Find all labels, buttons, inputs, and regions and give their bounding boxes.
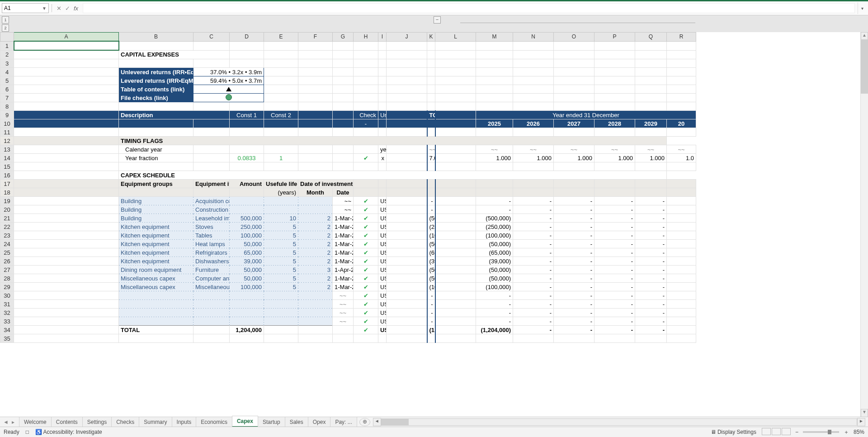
scroll-down-icon[interactable]: ▼ xyxy=(861,409,868,417)
toc-link-icon[interactable] xyxy=(193,85,264,94)
name-box[interactable]: A1 ▼ xyxy=(2,3,49,13)
sheet-tab-checks[interactable]: Checks xyxy=(111,417,139,427)
expand-formula-icon[interactable]: ▾ xyxy=(858,2,866,14)
capex-group[interactable]: Building xyxy=(119,214,193,223)
sheet-tab-contents[interactable]: Contents xyxy=(51,417,83,427)
column-header-E[interactable]: E xyxy=(264,33,298,42)
tab-nav-prev-icon[interactable]: ▸ xyxy=(10,419,16,425)
zoom-slider[interactable] xyxy=(803,431,839,433)
view-buttons[interactable] xyxy=(761,428,791,437)
sheet-tab-capex[interactable]: Capex xyxy=(232,416,258,427)
capex-life[interactable]: 5 xyxy=(264,257,298,266)
capex-amount[interactable]: 50,000 xyxy=(230,266,264,274)
column-header-J[interactable]: J xyxy=(387,33,427,42)
capex-group[interactable]: Kitchen equipment xyxy=(119,223,193,231)
capex-amount[interactable]: 50,000 xyxy=(230,274,264,283)
zoom-in-icon[interactable]: ＋ xyxy=(844,428,849,436)
capex-group[interactable]: Building xyxy=(119,205,193,214)
capex-life[interactable] xyxy=(264,205,298,214)
capex-group[interactable]: Building xyxy=(119,197,193,205)
sheet-tab-opex[interactable]: Opex xyxy=(308,417,331,427)
capex-group[interactable]: Kitchen equipment xyxy=(119,248,193,257)
column-header-C[interactable]: C xyxy=(193,33,230,42)
capex-group[interactable]: Miscellaneous capex xyxy=(119,274,193,283)
column-header-K[interactable]: K xyxy=(427,33,435,42)
capex-item[interactable]: Construction costs xyxy=(193,205,230,214)
sheet-tab-settings[interactable]: Settings xyxy=(82,417,112,427)
column-header-O[interactable]: O xyxy=(554,33,594,42)
capex-item[interactable]: Refrigirators xyxy=(193,248,230,257)
spreadsheet-grid[interactable]: ABCDEFGHIJKLMNOPQR12CAPITAL EXPENSES34Un… xyxy=(0,32,868,417)
capex-month[interactable] xyxy=(298,197,333,205)
capex-item[interactable]: Acquisition costs xyxy=(193,197,230,205)
capex-life[interactable]: 5 xyxy=(264,274,298,283)
capex-month[interactable]: 2 xyxy=(298,283,333,291)
outline-level-1[interactable]: 1 xyxy=(2,16,9,24)
sheet-tab-summary[interactable]: Summary xyxy=(139,417,172,427)
display-settings[interactable]: 🖥 Display Settings xyxy=(711,429,756,435)
zoom-out-icon[interactable]: − xyxy=(795,429,798,435)
column-header-D[interactable]: D xyxy=(230,33,264,42)
checks-link-label[interactable]: File checks (link) xyxy=(119,94,193,102)
capex-item[interactable]: Tables xyxy=(193,231,230,240)
column-header-A[interactable]: A xyxy=(14,33,119,42)
capex-life[interactable]: 5 xyxy=(264,231,298,240)
column-header-F[interactable]: F xyxy=(298,33,333,42)
capex-group[interactable]: Miscellaneous capex xyxy=(119,283,193,291)
column-header-Q[interactable]: Q xyxy=(635,33,667,42)
capex-month[interactable]: 2 xyxy=(298,231,333,240)
capex-item[interactable]: Heat lamps xyxy=(193,240,230,248)
enter-icon[interactable]: ✓ xyxy=(65,5,70,12)
capex-amount[interactable]: 250,000 xyxy=(230,223,264,231)
column-header-H[interactable]: H xyxy=(354,33,378,42)
capex-amount[interactable]: 50,000 xyxy=(230,240,264,248)
chevron-down-icon[interactable]: ▼ xyxy=(42,6,47,11)
column-header-L[interactable]: L xyxy=(435,33,476,42)
fx-icon[interactable]: fx xyxy=(74,5,78,12)
capex-month[interactable]: 3 xyxy=(298,266,333,274)
cancel-icon[interactable]: ✕ xyxy=(57,5,61,12)
outline-level-2[interactable]: 2 xyxy=(2,24,9,32)
column-header-P[interactable]: P xyxy=(594,33,635,42)
accessibility-status[interactable]: ♿ Accessibility: Investigate xyxy=(35,429,102,435)
capex-item[interactable]: Furniture xyxy=(193,266,230,274)
cell-A1[interactable] xyxy=(14,41,119,50)
vertical-scrollbar[interactable]: ▲ ▼ xyxy=(860,32,868,417)
capex-group[interactable]: Kitchen equipment xyxy=(119,257,193,266)
sheet-tab-pay-[interactable]: Pay: ... xyxy=(330,417,357,427)
macro-record-icon[interactable]: □ xyxy=(26,429,29,435)
sheet-tab-welcome[interactable]: Welcome xyxy=(19,417,52,427)
column-header-G[interactable]: G xyxy=(333,33,354,42)
capex-item[interactable]: Miscellaneous xyxy=(193,283,230,291)
row-header-1[interactable]: 1 xyxy=(0,41,14,50)
capex-life[interactable]: 5 xyxy=(264,248,298,257)
capex-amount[interactable] xyxy=(230,197,264,205)
capex-item[interactable]: Computer and IT equipment xyxy=(193,274,230,283)
capex-amount[interactable]: 39,000 xyxy=(230,257,264,266)
add-sheet-button[interactable]: ⊕ xyxy=(359,418,370,426)
capex-life[interactable]: 5 xyxy=(264,266,298,274)
capex-month[interactable]: 2 xyxy=(298,223,333,231)
column-header-M[interactable]: M xyxy=(476,33,513,42)
sheet-tab-inputs[interactable]: Inputs xyxy=(172,417,197,427)
capex-item[interactable]: Leasehold improvements xyxy=(193,214,230,223)
capex-month[interactable]: 2 xyxy=(298,257,333,266)
capex-group[interactable]: Dining room equipment xyxy=(119,266,193,274)
capex-life[interactable]: 5 xyxy=(264,240,298,248)
checks-link-icon[interactable] xyxy=(193,94,264,102)
capex-life[interactable]: 5 xyxy=(264,283,298,291)
capex-life[interactable]: 5 xyxy=(264,223,298,231)
tab-nav-first-icon[interactable]: ◄ xyxy=(3,419,9,425)
capex-item[interactable]: Dishwashers xyxy=(193,257,230,266)
column-header-B[interactable]: B xyxy=(119,33,193,42)
capex-item[interactable]: Stoves xyxy=(193,223,230,231)
formula-input[interactable] xyxy=(83,3,855,13)
column-header-N[interactable]: N xyxy=(513,33,554,42)
capex-month[interactable] xyxy=(298,205,333,214)
sheet-tab-sales[interactable]: Sales xyxy=(285,417,308,427)
capex-amount[interactable]: 100,000 xyxy=(230,283,264,291)
scroll-left-icon[interactable]: ◄ xyxy=(373,418,381,426)
select-all[interactable] xyxy=(0,33,14,42)
toc-link-label[interactable]: Table of contents (link) xyxy=(119,85,193,94)
zoom-level[interactable]: 85% xyxy=(854,429,864,435)
